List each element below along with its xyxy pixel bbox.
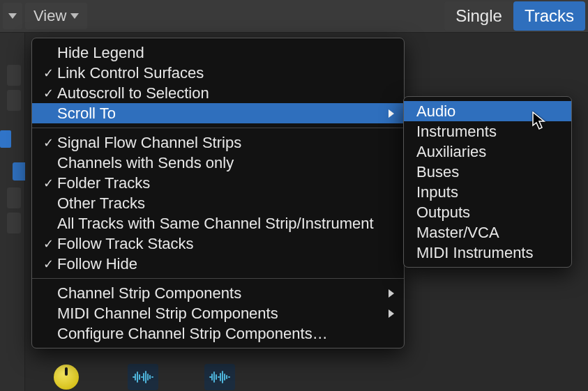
menu-item-label: Follow Hide <box>57 255 137 273</box>
strip-segment <box>7 213 21 233</box>
segment-tracks-label: Tracks <box>525 6 574 26</box>
menu-item-label: Folder Tracks <box>57 174 150 192</box>
checkmark-icon: ✓ <box>39 66 57 81</box>
pan-knob-icon <box>50 362 83 391</box>
menu-separator <box>32 278 404 279</box>
scroll-to-submenu[interactable]: Audio Instruments Auxiliaries Buses Inpu… <box>403 96 572 268</box>
menu-item-label: Signal Flow Channel Strips <box>57 134 241 152</box>
menu-item-label: All Tracks with Same Channel Strip/Instr… <box>57 215 374 233</box>
menu-item-label: Master/VCA <box>416 224 499 242</box>
view-menu-button[interactable]: View <box>25 3 87 29</box>
menu-item-label: Hide Legend <box>57 44 144 62</box>
menu-item-label: Other Tracks <box>57 194 145 213</box>
submenu-item-midi-instruments[interactable]: MIDI Instruments <box>404 243 571 263</box>
menu-item-label: Instruments <box>416 123 497 141</box>
menu-item-follow-hide[interactable]: ✓ Follow Hide <box>32 254 404 274</box>
submenu-item-buses[interactable]: Buses <box>404 162 571 182</box>
chevron-down-icon <box>70 13 79 19</box>
submenu-item-audio[interactable]: Audio <box>404 101 571 121</box>
menu-separator <box>32 128 404 128</box>
audio-track-icon <box>203 362 236 391</box>
checkmark-icon: ✓ <box>39 86 57 101</box>
menu-item-label: Inputs <box>416 183 458 201</box>
menu-item-label: Link Control Surfaces <box>57 64 204 82</box>
segment-single[interactable]: Single <box>444 1 513 31</box>
menu-item-label: MIDI Channel Strip Components <box>57 305 278 323</box>
submenu-item-auxiliaries[interactable]: Auxiliaries <box>404 141 571 162</box>
strip-marker <box>0 130 11 148</box>
disclosure-button[interactable] <box>3 3 22 29</box>
menu-item-label: Auxiliaries <box>416 143 486 161</box>
submenu-item-master-vca[interactable]: Master/VCA <box>404 222 571 243</box>
strip-segment <box>7 90 21 111</box>
menu-item-hide-legend[interactable]: Hide Legend <box>32 43 404 63</box>
menu-item-scroll-to[interactable]: Scroll To <box>32 103 404 123</box>
menu-item-label: Channels with Sends only <box>57 154 234 172</box>
submenu-arrow-icon <box>389 109 394 118</box>
checkmark-icon: ✓ <box>39 176 57 191</box>
menu-item-signal-flow-channel-strips[interactable]: ✓ Signal Flow Channel Strips <box>32 132 404 153</box>
toolbar: View Single Tracks <box>0 0 588 33</box>
waveform-icon <box>128 364 158 390</box>
checkmark-icon: ✓ <box>39 135 57 151</box>
waveform-icon <box>204 364 235 390</box>
strip-segment <box>7 65 21 86</box>
submenu-item-inputs[interactable]: Inputs <box>404 182 571 202</box>
menu-item-all-tracks-same-strip[interactable]: All Tracks with Same Channel Strip/Instr… <box>32 213 404 233</box>
menu-item-folder-tracks[interactable]: ✓ Folder Tracks <box>32 173 404 193</box>
menu-item-follow-track-stacks[interactable]: ✓ Follow Track Stacks <box>32 233 404 254</box>
menu-item-label: Audio <box>416 102 455 121</box>
chevron-down-icon <box>8 13 17 19</box>
checkmark-icon: ✓ <box>39 236 57 252</box>
audio-track-icon <box>126 362 160 391</box>
menu-item-link-control-surfaces[interactable]: ✓ Link Control Surfaces <box>32 63 404 83</box>
menu-item-label: MIDI Instruments <box>416 244 533 262</box>
checkmark-icon: ✓ <box>39 256 57 272</box>
menu-item-label: Channel Strip Components <box>57 284 241 302</box>
submenu-item-instruments[interactable]: Instruments <box>404 121 571 141</box>
submenu-item-outputs[interactable]: Outputs <box>404 202 571 222</box>
menu-item-label: Buses <box>416 163 459 181</box>
left-track-strip <box>0 33 25 391</box>
menu-item-label: Scroll To <box>57 105 116 123</box>
menu-item-label: Configure Channel Strip Components… <box>57 325 328 343</box>
submenu-arrow-icon <box>389 289 394 298</box>
segment-tracks[interactable]: Tracks <box>513 1 585 31</box>
submenu-arrow-icon <box>389 309 394 318</box>
view-menu[interactable]: Hide Legend ✓ Link Control Surfaces ✓ Au… <box>31 38 405 348</box>
toolbar-left: View <box>3 3 87 29</box>
menu-item-label: Autoscroll to Selection <box>57 84 209 102</box>
menu-item-other-tracks[interactable]: Other Tracks <box>32 193 404 213</box>
menu-item-autoscroll-to-selection[interactable]: ✓ Autoscroll to Selection <box>32 83 404 103</box>
knob-icon <box>54 365 79 390</box>
menu-item-channels-with-sends-only[interactable]: Channels with Sends only <box>32 153 404 173</box>
view-menu-label: View <box>33 7 66 25</box>
menu-item-channel-strip-components[interactable]: Channel Strip Components <box>32 283 404 303</box>
toolbar-segmented: Single Tracks <box>444 1 585 31</box>
menu-item-label: Follow Track Stacks <box>57 235 194 253</box>
menu-item-midi-channel-strip-components[interactable]: MIDI Channel Strip Components <box>32 303 404 323</box>
menu-item-configure-channel-strip-components[interactable]: Configure Channel Strip Components… <box>32 323 404 344</box>
strip-segment <box>7 187 21 208</box>
menu-item-label: Outputs <box>416 204 470 222</box>
segment-single-label: Single <box>455 6 502 26</box>
